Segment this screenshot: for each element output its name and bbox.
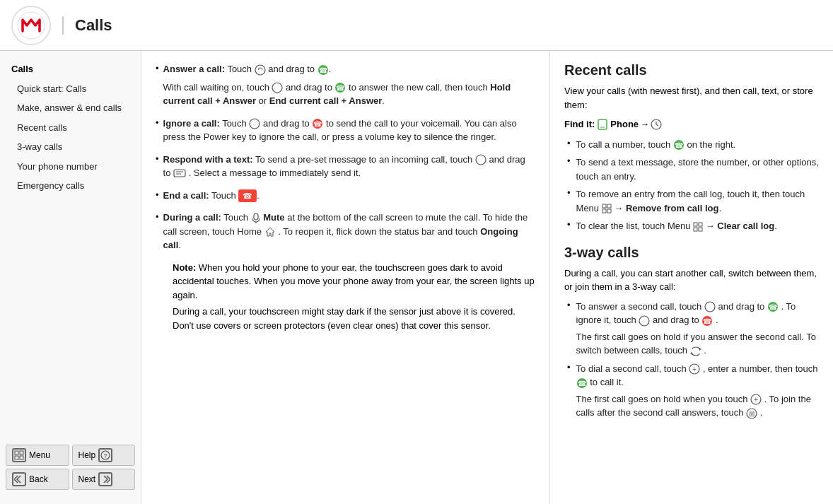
call-right-icon: ☎ — [673, 139, 685, 151]
bullet-dot-5: • — [156, 211, 159, 252]
content-area: • Answer a call: Touch and drag to ☎. Wi… — [141, 51, 833, 504]
sub-bullet-send-text: • To send a text message, store the numb… — [564, 156, 819, 183]
sub-content-1: To call a number, touch ☎ on the right. — [576, 138, 819, 152]
answer-icon2 — [272, 82, 283, 93]
svg-text:☎: ☎ — [675, 141, 683, 149]
phone-label: Phone — [610, 117, 639, 132]
sub-dot-2: • — [567, 156, 571, 183]
back-icon — [12, 472, 26, 486]
bullet-during-call: • During a call: Touch Mute at the botto… — [156, 211, 535, 252]
svg-text:☎: ☎ — [578, 380, 586, 387]
menu-icon — [12, 448, 26, 462]
bullet-answer-call: • Answer a call: Touch and drag to ☎. Wi… — [156, 62, 535, 108]
sidebar: Calls Quick start: Calls Make, answer & … — [0, 51, 141, 504]
svg-text:+: + — [692, 365, 697, 373]
bullet-answer-content: Answer a call: Touch and drag to ☎. With… — [163, 62, 535, 108]
sms-icon — [173, 169, 186, 179]
svg-rect-20 — [254, 213, 258, 220]
bullet-end-call: • End a call: Touch ☎. — [156, 189, 535, 203]
sidebar-item-quickstart[interactable]: Quick start: Calls — [6, 79, 135, 99]
answer-detail: With call waiting on, touch and drag to … — [163, 81, 535, 108]
svg-rect-32 — [699, 223, 702, 226]
svg-rect-1 — [15, 451, 18, 455]
help-icon: ? — [98, 448, 112, 462]
3way-bullet-1: • To answer a second call, touch and dra… — [564, 300, 819, 358]
sidebar-item-3way[interactable]: 3-way calls — [6, 137, 135, 157]
mic-icon — [251, 213, 261, 224]
menu-button[interactable]: Menu — [6, 445, 69, 466]
end-call-icon: ☎ — [238, 189, 257, 203]
3way-dot-2: • — [567, 362, 571, 420]
bullet-respond-content: Respond with a text: To send a pre-set m… — [163, 153, 535, 180]
sidebar-item-make-answer[interactable]: Make, answer & end calls — [6, 98, 135, 118]
note-text2: During a call, your touchscreen might st… — [173, 305, 535, 332]
find-phone-icon — [596, 119, 609, 130]
help-button[interactable]: Help ? — [72, 445, 136, 466]
recent-calls-section: Recent calls View your calls (with newes… — [564, 62, 819, 233]
respond-text-label: Respond with a text: — [163, 154, 253, 165]
svg-rect-3 — [15, 456, 18, 459]
3way-calls-section: 3-way calls During a call, you can start… — [564, 245, 819, 420]
sidebar-item-recent[interactable]: Recent calls — [6, 118, 135, 138]
3way-calls-title: 3-way calls — [564, 245, 819, 261]
bullet-dot-2: • — [156, 117, 159, 144]
3way-sub-2: The first call goes on hold when you tou… — [576, 392, 819, 420]
svg-rect-33 — [694, 228, 697, 231]
ongoing-call-label: Ongoing call — [163, 226, 518, 251]
bullet-dot-4: • — [156, 189, 159, 203]
sub-bullet-call-number: • To call a number, touch ☎ on the right… — [564, 138, 819, 152]
sidebar-item-phone-number[interactable]: Your phone number — [6, 157, 135, 177]
answer-icon — [255, 64, 266, 76]
arrow1: → — [640, 117, 649, 132]
back-label: Back — [29, 474, 48, 484]
menu-dots-icon — [602, 204, 612, 213]
svg-text:☎: ☎ — [703, 317, 711, 325]
help-label: Help — [78, 450, 96, 460]
sub-bullet-clear-list: • To clear the list, touch Menu → Clear … — [564, 219, 819, 233]
sub-dot-3: • — [567, 187, 571, 215]
green-phone-icon: ☎ — [318, 64, 329, 76]
svg-point-38 — [639, 316, 649, 326]
page-title: Calls — [62, 16, 112, 35]
svg-text:⊞: ⊞ — [749, 410, 755, 418]
sub-content-4: To clear the list, touch Menu → Clear ca… — [576, 219, 819, 233]
svg-text:+: + — [754, 396, 758, 404]
sub-content-3: To remove an entry from the call log, to… — [576, 187, 819, 215]
during-call-label: During a call: — [163, 212, 221, 223]
svg-text:☎: ☎ — [769, 303, 777, 311]
svg-text:☎: ☎ — [319, 66, 327, 74]
svg-point-13 — [250, 119, 260, 129]
back-button[interactable]: Back — [6, 469, 69, 490]
left-panel: • Answer a call: Touch and drag to ☎. Wi… — [141, 51, 550, 504]
3way-dot-1: • — [567, 300, 571, 358]
menu-dots-icon2 — [693, 222, 703, 232]
svg-point-10 — [272, 83, 282, 93]
bullet-dot-3: • — [156, 153, 159, 180]
svg-rect-31 — [694, 223, 697, 226]
sidebar-item-calls[interactable]: Calls — [6, 59, 135, 79]
sidebar-item-emergency[interactable]: Emergency calls — [6, 176, 135, 196]
svg-rect-34 — [699, 228, 702, 231]
motorola-logo — [11, 6, 51, 45]
remove-log-label: Remove from call log — [626, 203, 718, 213]
bullet-ignore-call: • Ignore a call: Touch and drag to ☎ to … — [156, 117, 535, 144]
svg-text:?: ? — [104, 452, 107, 459]
svg-rect-2 — [20, 451, 23, 455]
voicemail-icon: ☎ — [312, 118, 323, 129]
svg-rect-17 — [174, 170, 185, 177]
svg-marker-41 — [699, 348, 701, 351]
bullet-during-content: During a call: Touch Mute at the bottom … — [163, 211, 535, 252]
sub-content-2: To send a text message, store the number… — [576, 156, 819, 183]
3way-bullet-2: • To dial a second call, touch + , enter… — [564, 362, 819, 420]
addcall-icon: + — [689, 363, 700, 375]
svg-marker-42 — [690, 352, 692, 355]
svg-point-7 — [255, 65, 265, 75]
home-icon — [264, 226, 276, 238]
main-layout: Calls Quick start: Calls Make, answer & … — [0, 51, 833, 504]
next-button[interactable]: Next — [72, 469, 136, 490]
ignore-icon — [249, 118, 260, 129]
note-label: Note: — [173, 262, 196, 273]
clear-log-label: Clear call log — [717, 221, 774, 231]
svg-rect-30 — [607, 209, 611, 213]
svg-point-16 — [476, 155, 486, 165]
